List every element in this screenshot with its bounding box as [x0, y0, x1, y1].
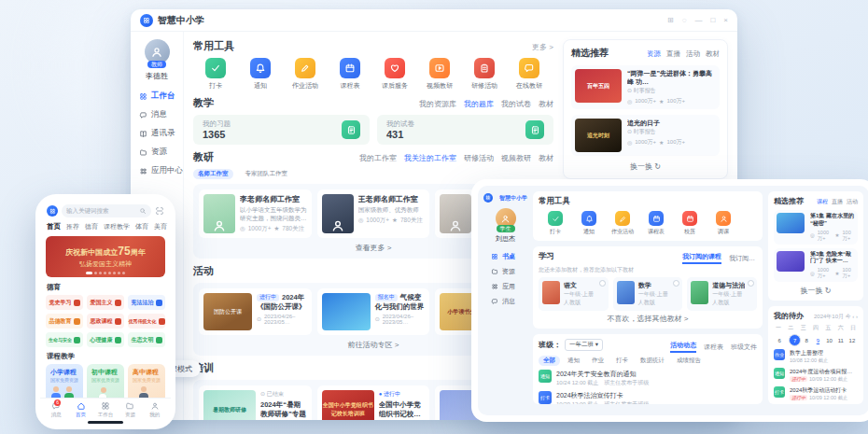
- tab-textbooks[interactable]: 教材: [539, 99, 553, 109]
- nav-resources[interactable]: 资源: [118, 401, 142, 418]
- tool-training-activity[interactable]: 研修活动: [462, 58, 507, 91]
- sidebar-item-messages[interactable]: 消息: [483, 294, 527, 309]
- sidebar-item-resources[interactable]: 资源: [483, 264, 527, 279]
- activity-card[interactable]: 国防公开课 进行中2024年《国防公开课》 ⊙2023/04/26–2023/0…: [199, 288, 312, 335]
- tab-art[interactable]: 美育: [154, 222, 167, 231]
- pill-expert-team-studio[interactable]: 专家团队工作室: [241, 169, 293, 179]
- tab-course-teaching[interactable]: 课程教学: [104, 222, 130, 231]
- next-icon[interactable]: ›: [856, 314, 858, 319]
- todo-item[interactable]: 通知2024年度运动会项目报名通知进行中10/09 12:00 截止: [774, 368, 858, 383]
- todo-item[interactable]: 作业数学上册整理10/08 12:00 截止: [774, 349, 858, 364]
- tools-more-link[interactable]: 更多 >: [532, 42, 553, 52]
- chip-life-safety[interactable]: 生命与安全: [46, 332, 83, 347]
- sidebar-item-app-center[interactable]: 应用中心: [131, 161, 183, 180]
- class-selector[interactable]: 一年二班 ▾: [565, 339, 603, 351]
- class-feed-row[interactable]: 通知2024年关于安全教育的通知10/24 12:00 截止 班主任发布于班级: [539, 370, 757, 387]
- filter-all[interactable]: 全部: [539, 356, 560, 366]
- tab-followed-studios[interactable]: 我关注的工作室: [404, 153, 456, 163]
- class-feed-row[interactable]: 打卡2024秋季法治宣传打卡10/29 12:00 截止 班主任发布于班级: [539, 391, 757, 404]
- search-input[interactable]: 输入关键词搜索: [62, 204, 151, 217]
- chip-patriotism[interactable]: 爱国主义: [87, 295, 124, 310]
- settings-icon[interactable]: ◌: [682, 16, 687, 24]
- prev-icon[interactable]: ‹: [852, 314, 854, 319]
- nav-home[interactable]: 首页: [68, 401, 92, 418]
- course-card-primary[interactable]: 小学课程 国家免费资源: [46, 364, 83, 398]
- nav-workbench[interactable]: 工作台: [93, 401, 118, 418]
- training-card[interactable]: 暑期教师研修 ⊙ 已结束 2024年“暑期教师研修”专题 ⊙2023/04/26: [199, 385, 312, 420]
- tab-home[interactable]: 首页: [47, 222, 61, 231]
- todo-item[interactable]: 打卡2024秋季运动活动打卡进行中10/09 12:00 截止: [774, 386, 858, 401]
- workshop-card[interactable]: 王老师名师工作室 国家级教师、优秀教师 ◎1000万+★780关注: [317, 189, 430, 238]
- filter-report[interactable]: 成绩报告: [672, 356, 706, 366]
- chip-constitution[interactable]: 宪法法治: [128, 295, 165, 310]
- tool-course-adjust[interactable]: 调课: [707, 211, 740, 236]
- chip-moral-education[interactable]: 品德教育: [46, 314, 83, 329]
- tab-my-papers[interactable]: 我的试卷: [501, 99, 531, 109]
- sidebar-item-workbench[interactable]: 工作台: [131, 87, 183, 105]
- choose-other-books-link[interactable]: 不喜欢，选择其他教材 >: [539, 314, 757, 324]
- tab-textbooks[interactable]: 教材: [539, 153, 553, 163]
- calendar-day[interactable]: 12: [847, 334, 858, 346]
- scan-icon[interactable]: [155, 206, 164, 216]
- tab-my-studio[interactable]: 我的工作室: [359, 153, 397, 163]
- tab-video-research[interactable]: 视频教研: [501, 153, 531, 163]
- sidebar-item-desk[interactable]: 书桌: [483, 249, 527, 264]
- tab-class-timetable[interactable]: 课程表: [704, 343, 723, 352]
- tab-resources[interactable]: 资源: [647, 49, 661, 59]
- sidebar-item-apps[interactable]: 应用: [483, 279, 527, 294]
- tab-recommend[interactable]: 推荐: [66, 222, 79, 231]
- course-card-junior[interactable]: 初中课程 国家优质资源: [87, 364, 124, 398]
- chip-ideology-course[interactable]: 思政课程: [87, 314, 124, 329]
- chip-mental-health[interactable]: 心理健康: [87, 332, 124, 347]
- tab-textbooks[interactable]: 教材: [706, 49, 720, 59]
- maximize-icon[interactable]: □: [710, 16, 715, 24]
- today-button[interactable]: 今: [846, 314, 851, 319]
- nav-profile[interactable]: 我的: [143, 401, 167, 418]
- course-card-senior[interactable]: 高中课程 国家免费资源: [128, 364, 165, 398]
- tab-my-resources[interactable]: 我的资源库: [419, 99, 456, 109]
- tool-homework[interactable]: 作业活动: [283, 58, 328, 91]
- filter-homework[interactable]: 作业: [587, 356, 609, 366]
- filter-checkin[interactable]: 打卡: [611, 356, 633, 366]
- refresh-button[interactable]: 换一换 ↻: [774, 286, 858, 296]
- calendar-day[interactable]: 8: [801, 334, 812, 346]
- calendar-day[interactable]: 11: [835, 334, 847, 346]
- checkbox[interactable]: [673, 280, 679, 287]
- video-card[interactable]: 第3集 危险来“敲门”了 快来一… ◎1000万+★100万+: [774, 248, 858, 283]
- tab-class-files[interactable]: 班级文件: [731, 343, 757, 352]
- calendar-day-marked[interactable]: 9: [812, 334, 823, 346]
- chip-ecology[interactable]: 生态文明: [128, 332, 165, 347]
- stat-card-papers[interactable]: 我的试卷 431: [377, 115, 553, 145]
- tool-checkin[interactable]: 打卡: [539, 211, 572, 236]
- tab-class-feed[interactable]: 活动动态: [670, 341, 696, 353]
- chip-traditional-culture[interactable]: 优秀传统文化: [128, 314, 165, 329]
- nav-messages[interactable]: 6消息: [44, 401, 68, 418]
- checkbox[interactable]: [748, 280, 754, 287]
- tab-activities[interactable]: 活动: [847, 198, 858, 206]
- calendar-day[interactable]: 6: [774, 334, 785, 346]
- tab-live[interactable]: 直播: [832, 198, 843, 206]
- sidebar-item-contacts[interactable]: 通讯录: [131, 124, 183, 143]
- tool-notice[interactable]: 通知: [238, 58, 283, 91]
- book-card[interactable]: 数学一年级·上册人教版: [613, 277, 683, 311]
- chip-party-history[interactable]: 党史学习: [46, 295, 83, 310]
- video-card[interactable]: 百年五四 “两弹一星”先进群体：勇攀高峰 功… ⊙ 时事报告 ◎1000万+★1…: [571, 65, 720, 109]
- video-card[interactable]: 第1集 藏在水里的“秘密” ◎1000万+★100万+: [774, 210, 858, 245]
- tool-homework[interactable]: 作业活动: [606, 211, 639, 236]
- tab-activities[interactable]: 活动: [686, 49, 700, 59]
- hero-banner[interactable]: 庆祝新中国成立75周年 弘扬爱国主义精神: [46, 236, 165, 277]
- filter-notice[interactable]: 通知: [563, 356, 584, 366]
- tab-my-questions[interactable]: 我的题库: [464, 99, 494, 109]
- filter-statistics[interactable]: 数据统计: [636, 356, 669, 366]
- checkbox[interactable]: [599, 280, 606, 287]
- calendar-day-selected[interactable]: 7: [789, 334, 801, 346]
- activity-card[interactable]: 报名中气候变化与我们的世界 ⊙2023/04/26–2023/05…: [317, 288, 430, 335]
- tool-afterschool[interactable]: 课后服务: [372, 58, 417, 91]
- close-icon[interactable]: ×: [723, 16, 728, 24]
- tab-training-activity[interactable]: 研修活动: [464, 153, 494, 163]
- tool-checkin[interactable]: 打卡: [193, 58, 238, 91]
- stat-card-questions[interactable]: 我的习题 1365: [193, 115, 370, 145]
- tab-courses[interactable]: 课程: [817, 198, 828, 206]
- tab-pe[interactable]: 体育: [135, 222, 148, 231]
- tab-subscribed-courses[interactable]: 我订阅的课程: [682, 252, 721, 264]
